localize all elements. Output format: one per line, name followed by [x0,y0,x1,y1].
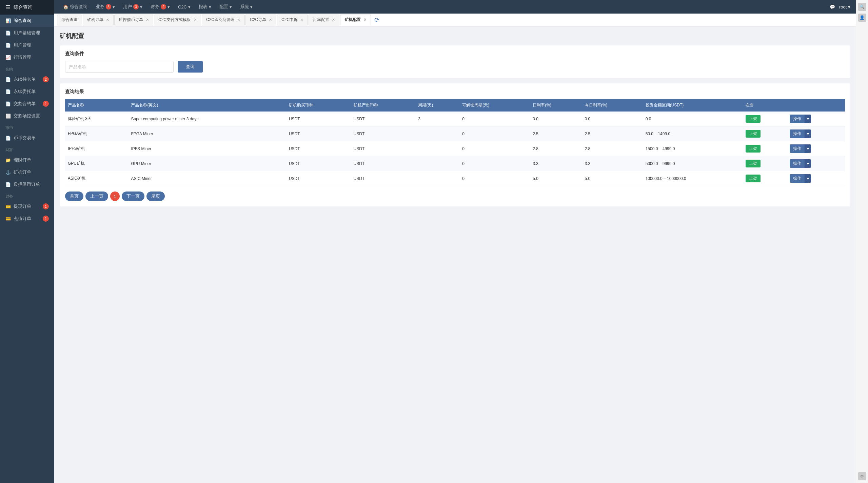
close-icon[interactable]: ✕ [269,18,272,22]
search-button[interactable]: 查询 [178,61,203,73]
sidebar-item-永续委托单[interactable]: 📄 永续委托单 [0,85,54,98]
sidebar-section-财务: 💳 提现订单 1 💳 充值订单 1 [0,200,54,225]
sidebar-item-行情管理[interactable]: 📈 行情管理 [0,51,54,63]
close-icon[interactable]: ✕ [106,18,109,22]
home-nav-icon: 🏠 [63,4,68,9]
tab-汇率配置[interactable]: 汇率配置 ✕ [309,15,339,25]
col-今日利率: 今日利率(%) [582,99,643,112]
sidebar-section-label-合约: 合约 [0,63,54,73]
doc-icon: 📄 [5,136,11,141]
close-icon[interactable]: ✕ [146,18,149,22]
tab-矿机订单[interactable]: 矿机订单 ✕ [83,15,114,25]
tab-矿机配置[interactable]: 矿机配置 ✕ [340,15,371,25]
tab-label: 汇率配置 [313,17,329,23]
sidebar-item-用户管理[interactable]: 📄 用户管理 [0,39,54,51]
nav-item-用户[interactable]: 用户 3 ▾ [120,0,146,14]
nav-label: 财务 [151,4,159,10]
sidebar-item-综合查询[interactable]: 📊 综合查询 [0,15,54,27]
close-icon[interactable]: ✕ [194,18,197,22]
nav-label: 配置 [219,4,228,10]
op-button[interactable]: 操作 [790,144,805,153]
cell-op: 操作 ▾ [787,112,845,126]
sidebar-section-币币: 📄 币币交易单 [0,132,54,144]
menu-icon[interactable]: ☰ [5,4,10,11]
nav-label: 用户 [123,4,132,10]
op-button[interactable]: 操作 [790,159,805,168]
cell-name: GPU矿机 [65,156,128,171]
page-first-button[interactable]: 首页 [65,192,83,201]
cell-daily-rate: 2.8 [530,141,582,156]
sidebar-item-交割合约单[interactable]: 📄 交割合约单 1 [0,98,54,110]
page-prev-button[interactable]: 上一页 [85,192,108,201]
page-next-button[interactable]: 下一页 [122,192,144,201]
user-name[interactable]: root ▾ [839,4,850,9]
close-icon[interactable]: ✕ [363,18,367,22]
op-arrow-button[interactable]: ▾ [805,129,811,138]
op-button[interactable]: 操作 [790,115,805,123]
close-icon[interactable]: ✕ [237,18,240,22]
tab-C2C承兑商管理[interactable]: C2C承兑商管理 ✕ [202,15,245,25]
settings-side-icon[interactable]: ⚙ [858,472,866,480]
tab-C2C支付方式模板[interactable]: C2C支付方式模板 ✕ [154,15,201,25]
sidebar-section-label-财务: 财务 [0,190,54,200]
status-button[interactable]: 上架 [746,130,761,138]
sidebar-item-label: 交割场控设置 [14,113,40,119]
chat-icon[interactable]: 💬 [830,4,835,9]
sidebar-item-永续持仓单[interactable]: 📄 永续持仓单 2 [0,73,54,85]
nav-item-财务[interactable]: 财务 2 ▾ [147,0,173,14]
tab-质押借币订单[interactable]: 质押借币订单 ✕ [114,15,153,25]
cell-unlock-period: 0 [459,171,530,186]
op-button[interactable]: 操作 [790,174,805,183]
cell-unlock-period: 0 [459,112,530,126]
cell-name-en: Super computing power miner 3 days [128,112,286,126]
sidebar-item-提现订单[interactable]: 💳 提现订单 1 [0,200,54,213]
op-arrow-button[interactable]: ▾ [805,144,811,153]
badge-用户: 3 [133,4,139,9]
tab-综合查询[interactable]: 综合查询 [57,15,82,25]
status-button[interactable]: 上架 [746,115,761,123]
sidebar-item-充值订单[interactable]: 💳 充值订单 1 [0,213,54,225]
nav-item-业务[interactable]: 业务 3 ▾ [92,0,118,14]
status-button[interactable]: 上架 [746,175,761,182]
nav-item-报表[interactable]: 报表 ▾ [195,0,215,14]
tab-C2C申诉[interactable]: C2C申诉 ✕ [277,15,308,25]
close-icon[interactable]: ✕ [300,18,303,22]
pagination: 首页 上一页 1 下一页 尾页 [65,192,845,201]
nav-item-综合查询[interactable]: 🏠 综合查询 [60,0,91,14]
cell-today-rate: 2.8 [582,141,643,156]
nav-item-配置[interactable]: 配置 ▾ [216,0,235,14]
sidebar-item-理财订单[interactable]: 📁 理财订单 [0,154,54,166]
cell-name-en: IPFS Miner [128,141,286,156]
chevron-down-icon: ▾ [209,4,211,9]
tab-C2C订单[interactable]: C2C订单 ✕ [245,15,276,25]
user-side-icon[interactable]: 👤 [858,14,866,22]
sidebar-item-交割场控设置[interactable]: ⬜ 交割场控设置 [0,110,54,122]
op-arrow-button[interactable]: ▾ [805,159,811,168]
sidebar-section-general: 📊 综合查询 📄 用户基础管理 📄 用户管理 📈 行情管理 [0,15,54,63]
sidebar-item-用户基础管理[interactable]: 📄 用户基础管理 [0,27,54,39]
nav-item-C2C[interactable]: C2C ▾ [175,0,194,14]
close-icon[interactable]: ✕ [332,18,335,22]
sidebar-item-质押借币订单[interactable]: 📄 质押借币订单 [0,178,54,190]
status-button[interactable]: 上架 [746,160,761,167]
card-icon: 💳 [5,216,11,221]
refresh-icon[interactable]: ⟳ [374,16,379,24]
cell-buy-coin: USDT [286,141,351,156]
sidebar-item-矿机订单[interactable]: ⚓ 矿机订单 [0,166,54,178]
search-input[interactable] [65,61,174,73]
tab-label: 综合查询 [61,17,78,23]
table-row: FPGA矿机 FPGA Miner USDT USDT 0 2.5 2.5 50… [65,126,845,141]
sidebar-item-币币交易单[interactable]: 📄 币币交易单 [0,132,54,144]
cell-investment: 50.0 – 1499.0 [643,126,743,141]
op-arrow-button[interactable]: ▾ [805,174,811,183]
card-icon: 💳 [5,204,11,209]
page-last-button[interactable]: 尾页 [146,192,165,201]
cell-period [415,156,459,171]
status-button[interactable]: 上架 [746,145,761,153]
search-side-icon[interactable]: 🔍 [858,3,866,11]
chart-icon: 📈 [5,55,11,60]
cell-unlock-period: 0 [459,156,530,171]
op-arrow-button[interactable]: ▾ [805,115,811,123]
nav-item-系统[interactable]: 系统 ▾ [237,0,256,14]
op-button[interactable]: 操作 [790,129,805,138]
